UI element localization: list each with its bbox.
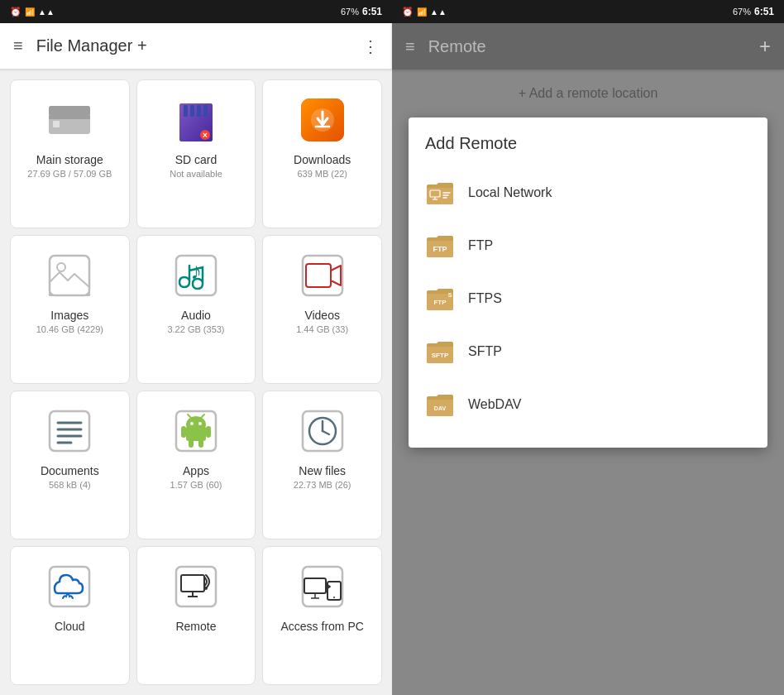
alarm-icon-right: ⏰ <box>402 7 414 17</box>
sftp-icon: SFTP <box>425 337 455 367</box>
webdav-icon: DAV <box>425 390 455 419</box>
remote-add-button[interactable]: + <box>759 35 771 58</box>
svg-rect-7 <box>190 105 194 117</box>
images-icon <box>43 249 96 302</box>
file-grid: Main storage 27.69 GB / 57.09 GB <box>0 70 392 695</box>
file-name-main-storage: Main storage <box>36 153 103 166</box>
svg-rect-1 <box>49 106 90 116</box>
file-item-remote[interactable]: Remote <box>136 546 256 685</box>
file-info-audio: 3.22 GB (353) <box>167 324 224 334</box>
cloud-icon <box>43 560 96 613</box>
modal-item-sftp[interactable]: SFTP SFTP <box>409 325 767 378</box>
svg-rect-29 <box>186 426 206 441</box>
svg-rect-22 <box>50 411 89 451</box>
wifi-icon-right: 📶 <box>417 7 427 17</box>
svg-rect-2 <box>49 116 90 119</box>
add-remote-location-button[interactable]: + Add a remote location <box>519 86 658 101</box>
file-item-new-files[interactable]: New files 22.73 MB (26) <box>262 391 382 539</box>
svg-point-47 <box>204 587 208 590</box>
sftp-label: SFTP <box>468 344 502 359</box>
file-info-downloads: 639 MB (22) <box>297 169 347 179</box>
wifi-icon: 📶 <box>25 7 35 17</box>
file-name-cloud: Cloud <box>55 620 85 633</box>
alarm-icon: ⏰ <box>10 7 22 17</box>
svg-line-41 <box>323 431 329 434</box>
svg-text:S: S <box>448 292 452 298</box>
storage-icon <box>43 93 96 146</box>
svg-rect-3 <box>53 121 60 127</box>
file-item-documents[interactable]: Documents 568 kB (4) <box>10 391 130 539</box>
app-title: File Manager + <box>36 36 349 55</box>
remote-content: + Add a remote location Add Remote <box>392 70 784 695</box>
downloads-icon <box>296 93 349 146</box>
ftp-icon: FTP <box>425 231 455 261</box>
svg-text:FTP: FTP <box>433 245 447 253</box>
svg-text:×: × <box>203 131 208 140</box>
file-info-sd-card: Not available <box>170 169 222 179</box>
file-item-main-storage[interactable]: Main storage 27.69 GB / 57.09 GB <box>10 79 130 228</box>
svg-point-17 <box>57 263 65 271</box>
svg-rect-20 <box>303 256 342 295</box>
left-header: ≡ File Manager + ⋮ <box>0 23 392 70</box>
modal-item-ftp[interactable]: FTP FTP <box>409 219 767 272</box>
remote-icon <box>170 560 222 613</box>
file-info-new-files: 22.73 MB (26) <box>294 480 351 490</box>
file-name-videos: Videos <box>304 309 340 322</box>
sd-icon: × <box>170 93 222 146</box>
svg-rect-8 <box>197 105 201 117</box>
more-options-button[interactable]: ⋮ <box>362 36 379 56</box>
svg-rect-37 <box>198 439 203 448</box>
file-item-cloud[interactable]: Cloud <box>10 546 130 685</box>
ftps-label: FTPS <box>468 291 502 306</box>
svg-rect-21 <box>306 264 331 287</box>
file-info-images: 10.46 GB (4229) <box>36 324 103 334</box>
svg-text:DAV: DAV <box>434 405 447 411</box>
svg-point-31 <box>198 422 202 425</box>
svg-text:FTP: FTP <box>433 299 447 306</box>
modal-item-ftps[interactable]: FTP S FTPS <box>409 272 767 325</box>
status-bar-left: ⏰ 📶 ▲▲ 67% 6:51 <box>0 0 392 23</box>
videos-icon <box>296 249 349 302</box>
file-name-images: Images <box>50 309 88 322</box>
webdav-label: WebDAV <box>468 397 521 412</box>
file-item-apps[interactable]: Apps 1.57 GB (60) <box>136 391 256 539</box>
hamburger-menu-button[interactable]: ≡ <box>13 36 23 55</box>
modal-item-webdav[interactable]: DAV WebDAV <box>409 378 767 431</box>
file-item-sd-card[interactable]: × SD card Not available <box>136 79 256 228</box>
svg-rect-9 <box>203 105 208 117</box>
svg-text:♪: ♪ <box>190 258 202 284</box>
battery-percent-left: 67% <box>341 7 359 17</box>
file-name-new-files: New files <box>299 464 346 477</box>
modal-title: Add Remote <box>409 134 767 166</box>
file-item-images[interactable]: Images 10.46 GB (4229) <box>10 235 130 384</box>
svg-rect-43 <box>176 567 216 606</box>
ftp-label: FTP <box>468 238 493 253</box>
access-from-pc-icon <box>296 560 349 613</box>
file-info-documents: 568 kB (4) <box>49 480 91 490</box>
file-item-audio[interactable]: ♪ Audio 3.22 GB (353) <box>136 235 256 384</box>
remote-menu-button[interactable]: ≡ <box>405 37 415 56</box>
svg-rect-35 <box>206 426 211 438</box>
file-name-documents: Documents <box>41 464 99 477</box>
svg-rect-36 <box>189 439 194 448</box>
right-header: ≡ Remote + <box>392 23 784 70</box>
file-info-main-storage: 27.69 GB / 57.09 GB <box>27 169 112 179</box>
local-network-icon <box>425 178 455 208</box>
add-remote-modal: Add Remote <box>409 117 767 448</box>
modal-item-local-network[interactable]: Local Network <box>409 166 767 219</box>
file-name-access-from-pc: Access from PC <box>280 620 363 633</box>
left-panel: ≡ File Manager + ⋮ Main storage 27.69 GB… <box>0 23 392 695</box>
svg-line-32 <box>188 415 191 418</box>
time-left: 6:51 <box>362 6 382 17</box>
file-item-access-from-pc[interactable]: Access from PC <box>262 546 382 685</box>
right-panel: ≡ Remote + + Add a remote location Add R… <box>392 23 784 695</box>
file-item-downloads[interactable]: Downloads 639 MB (22) <box>262 79 382 228</box>
file-name-remote: Remote <box>175 620 216 633</box>
svg-text:SFTP: SFTP <box>432 352 449 359</box>
svg-rect-6 <box>184 105 188 117</box>
file-item-videos[interactable]: Videos 1.44 GB (33) <box>262 235 382 384</box>
apps-icon <box>170 405 222 458</box>
svg-line-33 <box>201 415 204 418</box>
status-bar-right: ⏰ 📶 ▲▲ 67% 6:51 <box>392 0 784 23</box>
new-files-icon <box>296 405 349 458</box>
